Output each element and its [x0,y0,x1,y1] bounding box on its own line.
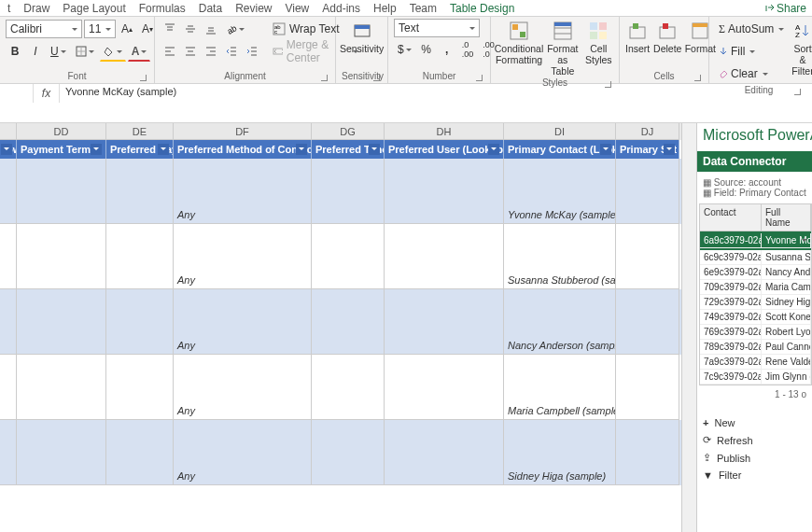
borders-button[interactable] [72,41,98,62]
fx-button[interactable]: fx [34,84,60,103]
cell[interactable]: Maria Campbell (sample) [504,355,616,420]
lookup-th-contact[interactable]: Contact [700,204,762,231]
pane-new-button[interactable]: +New [697,414,812,431]
col-letter[interactable]: DI [504,123,616,140]
table-row[interactable]: AnyYvonne McKay (sample) [0,159,681,224]
lookup-row[interactable]: 789c3979-02a...Paul Cannor [700,340,811,355]
cell[interactable]: Yvonne McKay (sample) [504,159,616,224]
cell[interactable] [106,224,174,289]
share-button[interactable]: Share [763,2,812,15]
tab-formulas[interactable]: Formulas [139,2,186,15]
cell[interactable]: Nancy Anderson (sample) [504,289,616,355]
name-box[interactable] [0,84,34,103]
clear-button[interactable]: Clear [715,63,788,84]
cell[interactable] [0,355,17,420]
table-row[interactable]: AnyNancy Anderson (sample) [0,289,681,355]
cell[interactable] [17,420,106,485]
table-row[interactable]: AnyMaria Campbell (sample) [0,355,681,420]
increase-decimal-button[interactable]: .0.00 [458,39,478,60]
cell[interactable] [106,355,174,420]
delete-cells-button[interactable]: Delete [653,19,681,54]
tab-help[interactable]: Help [373,2,397,15]
cell[interactable]: Any [174,420,312,485]
lookup-row[interactable]: 7a9c3979-02a...Rene Valdes [700,355,811,370]
col-letter[interactable]: DD [17,123,106,140]
cell[interactable] [616,355,679,420]
font-name-select[interactable]: Calibri [6,20,82,38]
format-as-table-button[interactable]: Format as Table [545,19,581,77]
cell[interactable] [106,159,174,224]
table-header[interactable]: low [0,140,17,159]
lookup-th-fullname[interactable]: Full Name [762,204,811,231]
col-letter[interactable]: DE [106,123,174,140]
cell[interactable] [312,355,385,420]
cell[interactable] [616,159,679,224]
cell[interactable] [0,224,17,289]
table-header[interactable]: Payment Terms [17,140,106,159]
tab-view[interactable]: View [285,2,309,15]
cell[interactable] [616,289,679,355]
table-row[interactable]: AnySusanna Stubberod (sample) [0,224,681,289]
cell[interactable] [17,224,106,289]
cell[interactable] [17,289,106,355]
tab-team[interactable]: Team [410,2,437,15]
comma-format-button[interactable]: , [438,39,456,60]
cell[interactable] [385,224,504,289]
tab-addins[interactable]: Add-ins [322,2,360,15]
table-header[interactable]: Preferred Method of Contact [174,140,312,159]
align-top-button[interactable] [161,19,179,39]
tab-insert-edge[interactable]: t [7,2,10,15]
lookup-row[interactable]: 769c3979-02a...Robert Lyon [700,325,811,340]
align-left-button[interactable] [161,41,179,62]
cell[interactable]: Sidney Higa (sample) [504,420,616,485]
cell[interactable] [0,289,17,355]
accounting-format-button[interactable]: $ [394,39,415,60]
cell[interactable] [616,420,679,485]
tab-review[interactable]: Review [235,2,272,15]
lookup-row[interactable]: 6a9c3979-02a...Yvonne Mc [700,231,811,250]
pane-refresh-button[interactable]: ⟳Refresh [697,431,812,449]
cell[interactable] [385,289,504,355]
cell[interactable] [106,420,174,485]
table-row[interactable]: AnySidney Higa (sample) [0,420,681,485]
fill-color-button[interactable] [100,41,126,62]
cell[interactable] [0,159,17,224]
table-header[interactable]: Preferred Day [106,140,174,159]
insert-cells-button[interactable]: Insert [625,19,650,54]
align-center-button[interactable] [181,41,200,62]
col-letter[interactable]: DJ [616,123,679,140]
cell[interactable] [0,420,17,485]
table-header[interactable]: Preferred User (Lookup) [385,140,504,159]
cell[interactable] [17,159,106,224]
sort-filter-button[interactable]: AZSort & Filter [791,19,812,77]
cell[interactable]: Any [174,289,312,355]
vertical-scrollbar[interactable] [681,123,696,532]
table-header[interactable]: Primary Sat [616,140,679,159]
cell[interactable]: Any [174,355,312,420]
cell[interactable] [385,420,504,485]
align-right-button[interactable] [202,41,220,62]
col-letter[interactable]: DH [385,123,504,140]
cell[interactable] [312,420,385,485]
lookup-row[interactable]: 7c9c3979-02a...Jim Glynn (s [700,370,811,385]
cell[interactable] [312,289,385,355]
cell[interactable] [312,159,385,224]
align-bottom-button[interactable] [202,19,220,39]
lookup-row[interactable]: 6e9c3979-02a...Nancy Ande [700,265,811,280]
cell[interactable] [385,159,504,224]
cell-styles-button[interactable]: Cell Styles [584,19,613,65]
increase-indent-button[interactable] [243,41,261,62]
cell[interactable]: Any [174,159,312,224]
lookup-row[interactable]: 729c3979-02a...Sidney Higa [700,295,811,310]
cell[interactable]: Any [174,224,312,289]
lookup-row[interactable]: 749c3979-02a...Scott Koners [700,310,811,325]
sensitivity-button[interactable]: Sensitivity [340,19,384,54]
col-letter[interactable]: DG [312,123,385,140]
font-size-select[interactable]: 11 [84,20,116,38]
pane-filter-button[interactable]: ▼Filter [697,467,812,483]
cell[interactable] [616,224,679,289]
formula-input[interactable]: Yvonne McKay (sample) [60,84,812,121]
cell[interactable] [385,355,504,420]
fill-button[interactable]: Fill [715,41,788,62]
bold-button[interactable]: B [6,41,24,62]
